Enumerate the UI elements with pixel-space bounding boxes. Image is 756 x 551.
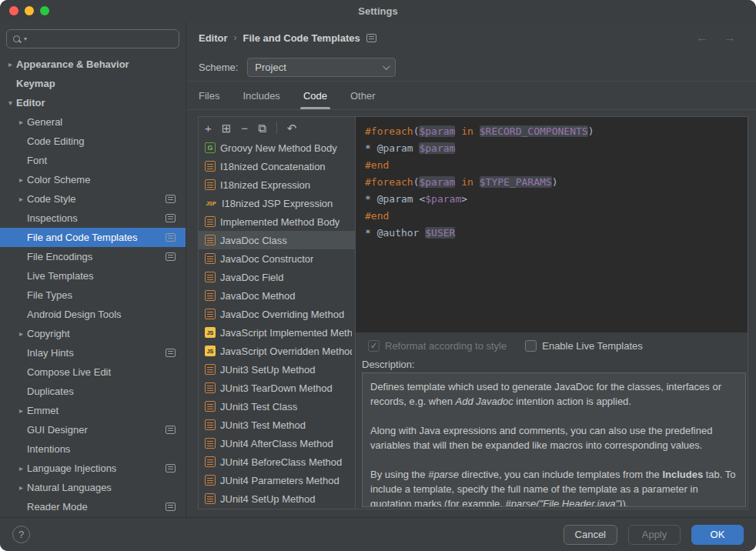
sidebar-item-code-editing[interactable]: Code Editing: [0, 132, 186, 151]
page-settings-icon: [166, 503, 176, 511]
sidebar-item-copyright[interactable]: ▸Copyright: [0, 324, 186, 343]
reformat-checkbox[interactable]: ✓: [368, 340, 380, 352]
apply-button[interactable]: Apply: [628, 525, 681, 545]
list-item[interactable]: JavaDoc Field: [199, 268, 355, 286]
list-item[interactable]: I18nized Expression: [199, 175, 355, 194]
code-token: in: [461, 176, 473, 188]
sidebar-item-file-types[interactable]: File Types: [0, 286, 186, 305]
chevron-right-icon[interactable]: ▸: [15, 483, 27, 492]
sidebar-item-gui-designer[interactable]: GUI Designer: [0, 420, 186, 439]
chevron-down-icon[interactable]: ▾: [5, 99, 16, 107]
code-line: * @param $param: [365, 140, 738, 157]
sidebar-item-android-design-tools[interactable]: Android Design Tools: [0, 305, 186, 324]
list-item[interactable]: GGroovy New Method Body: [199, 139, 355, 157]
list-item-label: JUnit3 Test Method: [220, 419, 306, 431]
jsp-file-icon: JSP: [205, 201, 217, 206]
description-text: By using the: [370, 469, 428, 480]
back-icon[interactable]: ←: [696, 31, 708, 45]
sidebar-item-font[interactable]: Font: [0, 151, 186, 170]
cancel-button[interactable]: Cancel: [564, 525, 617, 545]
sidebar-item-inspections[interactable]: Inspections: [0, 209, 186, 228]
sidebar-item-intentions[interactable]: Intentions: [0, 439, 186, 459]
add-template-icon[interactable]: +: [205, 122, 212, 134]
sidebar-item-compose-live-edit[interactable]: Compose Live Edit: [0, 362, 186, 382]
chevron-right-icon[interactable]: ▸: [15, 464, 27, 473]
sidebar-item-label: GUI Designer: [27, 424, 88, 436]
tab-other[interactable]: Other: [350, 82, 376, 109]
sidebar-item-live-templates[interactable]: Live Templates: [0, 266, 186, 286]
sidebar-item-file-and-code-templates[interactable]: File and Code Templates: [0, 228, 186, 247]
list-item[interactable]: JUnit4 AfterClass Method: [199, 434, 355, 452]
description-body[interactable]: Defines template which used to generate …: [362, 372, 746, 507]
tab-code[interactable]: Code: [303, 82, 327, 109]
template-file-icon: [205, 401, 216, 412]
chevron-right-icon[interactable]: ▸: [15, 406, 27, 415]
chevron-down-icon[interactable]: ▾: [24, 35, 27, 42]
list-item[interactable]: JUnit4 SetUp Method: [199, 489, 355, 508]
search-field[interactable]: ▾: [6, 29, 179, 48]
sidebar-item-label: Intentions: [27, 443, 70, 455]
live-templates-option: Enable Live Templates: [525, 340, 643, 352]
close-button[interactable]: [9, 6, 18, 15]
list-item[interactable]: JUnit3 Test Class: [199, 397, 355, 416]
chevron-right-icon[interactable]: ▸: [15, 118, 27, 126]
code-token: in: [461, 125, 473, 137]
list-item[interactable]: JUnit3 Test Method: [199, 416, 355, 434]
copy-template-icon[interactable]: ⧉: [258, 122, 266, 134]
chevron-right-icon[interactable]: ▸: [15, 329, 27, 338]
code-token: [473, 176, 480, 188]
reformat-label: Reformat according to style: [385, 340, 507, 352]
sidebar-item-editor[interactable]: ▾Editor: [0, 93, 186, 112]
list-item[interactable]: JUnit4 Parameters Method: [199, 471, 355, 489]
list-item[interactable]: JSJavaScript Implemented Method: [199, 323, 355, 342]
remove-template-icon[interactable]: −: [241, 122, 248, 134]
tab-files[interactable]: Files: [199, 82, 219, 109]
sidebar-item-natural-languages[interactable]: ▸Natural Languages: [0, 478, 186, 497]
list-item[interactable]: I18nized Concatenation: [199, 157, 355, 175]
sidebar-item-keymap[interactable]: Keymap: [0, 74, 186, 93]
template-file-icon: [205, 216, 216, 227]
sidebar-item-label: Compose Live Edit: [27, 366, 111, 378]
sidebar-item-general[interactable]: ▸General: [0, 112, 186, 132]
scheme-select[interactable]: Project: [247, 58, 396, 77]
list-item[interactable]: Implemented Method Body: [199, 212, 355, 231]
list-item[interactable]: JUnit3 SetUp Method: [199, 360, 355, 379]
breadcrumb-section[interactable]: Editor: [199, 32, 228, 44]
minimize-button[interactable]: [25, 6, 34, 15]
search-input[interactable]: [29, 33, 173, 45]
list-item[interactable]: JUnit4 BeforeClass Method: [199, 452, 355, 471]
sidebar-item-language-injections[interactable]: ▸Language Injections: [0, 459, 186, 478]
help-button[interactable]: ?: [12, 526, 30, 543]
list-item[interactable]: JSJavaScript Overridden Method: [199, 342, 355, 360]
list-item[interactable]: JavaDoc Overriding Method: [199, 305, 355, 323]
tab-includes[interactable]: Includes: [243, 82, 279, 109]
list-item[interactable]: JavaDoc Method: [199, 286, 355, 305]
sidebar-item-emmet[interactable]: ▸Emmet: [0, 401, 186, 420]
list-item-label: JUnit3 TearDown Method: [220, 382, 333, 394]
chevron-right-icon[interactable]: ▸: [15, 195, 27, 203]
code-token: #end: [365, 210, 389, 222]
ok-button[interactable]: OK: [691, 525, 744, 545]
forward-icon[interactable]: →: [724, 31, 736, 45]
zoom-button[interactable]: [40, 6, 49, 15]
list-item[interactable]: JavaDoc Class: [199, 231, 355, 249]
sidebar-item-inlay-hints[interactable]: Inlay Hints: [0, 343, 186, 362]
chevron-right-icon[interactable]: ▸: [15, 175, 27, 184]
list-item[interactable]: JUnit3 TearDown Method: [199, 379, 355, 397]
live-templates-checkbox[interactable]: [525, 340, 537, 352]
sidebar-item-file-encodings[interactable]: File Encodings: [0, 247, 186, 266]
sidebar-item-reader-mode[interactable]: Reader Mode: [0, 497, 186, 516]
template-editor[interactable]: #foreach($param in $RECORD_COMPONENTS) *…: [356, 117, 748, 332]
sidebar-item-appearance-behavior[interactable]: ▸Appearance & Behavior: [0, 55, 186, 74]
reset-to-default-icon[interactable]: ↶: [287, 122, 297, 134]
chevron-right-icon[interactable]: ▸: [5, 60, 16, 68]
sidebar-item-color-scheme[interactable]: ▸Color Scheme: [0, 170, 186, 189]
sidebar-item-duplicates[interactable]: Duplicates: [0, 382, 186, 401]
sidebar-item-code-style[interactable]: ▸Code Style: [0, 189, 186, 209]
code-token: [473, 125, 480, 137]
list-item[interactable]: JSPI18nized JSP Expression: [199, 194, 355, 212]
tab-label: Files: [199, 90, 219, 102]
code-token: $RECORD_COMPONENTS: [480, 125, 588, 137]
create-child-template-icon[interactable]: ⊞: [222, 122, 232, 134]
list-item[interactable]: JavaDoc Constructor: [199, 249, 355, 268]
